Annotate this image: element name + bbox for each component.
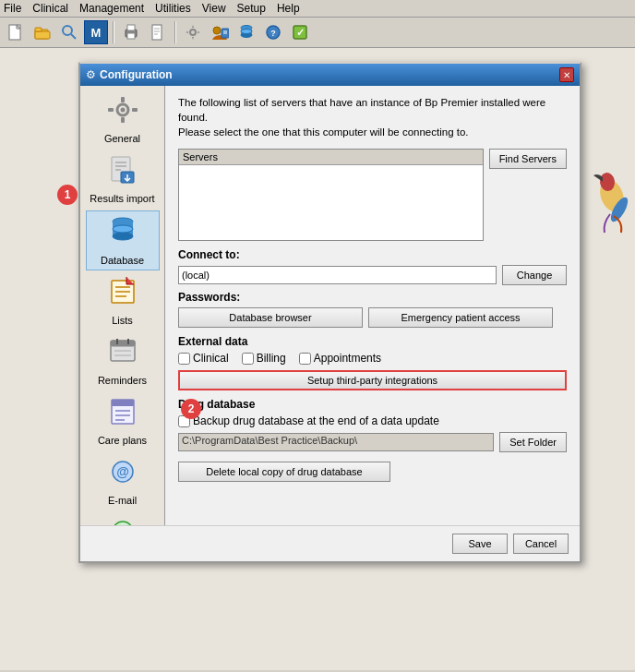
nav-item-care-plans[interactable]: Care plans xyxy=(86,392,160,450)
gear-icon xyxy=(106,95,139,131)
nav-item-lists[interactable]: Lists xyxy=(86,272,160,330)
emergency-access-button[interactable]: Emergency patient access xyxy=(368,307,553,328)
dialog-title-text: Configuration xyxy=(100,68,173,81)
svg-point-43 xyxy=(113,225,133,233)
nav-item-database-label: Database xyxy=(101,255,144,266)
svg-point-64 xyxy=(113,522,133,525)
svg-point-29 xyxy=(120,108,125,113)
find-servers-button[interactable]: Find Servers xyxy=(489,149,567,169)
database-icon xyxy=(106,215,139,253)
nav-item-results-label: Results import xyxy=(90,193,154,204)
info-text: The following list of servers that have … xyxy=(178,95,567,139)
content-panel: The following list of servers that have … xyxy=(165,86,580,525)
svg-point-15 xyxy=(190,30,196,35)
nav-panel: General R xyxy=(80,86,165,525)
toolbar-save-btn[interactable]: ? xyxy=(261,20,285,44)
drug-db-path-row: C:\ProgramData\Best Practice\Backup\ Set… xyxy=(178,432,567,452)
menu-management[interactable]: Management xyxy=(79,2,144,15)
nav-item-email[interactable]: @ E-mail xyxy=(86,452,160,510)
set-folder-button[interactable]: Set Folder xyxy=(499,432,567,452)
care-plans-icon xyxy=(106,397,139,433)
delete-drug-db-button[interactable]: Delete local copy of drug database xyxy=(178,462,390,482)
menu-view[interactable]: View xyxy=(202,2,226,15)
main-area: ⚙ Configuration ✕ xyxy=(0,48,635,670)
svg-text:✓: ✓ xyxy=(296,27,305,38)
billing-label: Billing xyxy=(257,352,286,365)
toolbar-search-btn[interactable] xyxy=(57,20,81,44)
external-data-label: External data xyxy=(178,335,567,348)
servers-list-header: Servers xyxy=(179,150,483,165)
appointments-label: Appointments xyxy=(314,352,381,365)
connect-to-label: Connect to: xyxy=(178,248,567,261)
toolbar-doc-btn[interactable] xyxy=(146,20,170,44)
svg-point-23 xyxy=(241,30,252,34)
save-button[interactable]: Save xyxy=(452,534,508,554)
billing-checkbox[interactable] xyxy=(242,353,254,365)
dialog-close-button[interactable]: ✕ xyxy=(559,67,574,82)
dialog-title-icon: ⚙ xyxy=(86,68,96,81)
appointments-checkbox[interactable] xyxy=(299,353,311,365)
connect-to-input[interactable] xyxy=(178,266,497,284)
clinical-checkbox-item: Clinical xyxy=(178,352,229,365)
setup-integrations-button[interactable]: Setup third-party integrations xyxy=(178,370,567,390)
nav-item-results-import[interactable]: Results import xyxy=(86,150,160,209)
svg-line-7 xyxy=(71,34,76,39)
cancel-button[interactable]: Cancel xyxy=(513,534,569,554)
svg-point-16 xyxy=(213,27,221,34)
toolbar-open-btn[interactable] xyxy=(30,20,54,44)
backup-checkbox-item: Backup drug database at the end of a dat… xyxy=(178,414,567,427)
results-import-icon xyxy=(106,155,139,191)
toolbar-sep-1 xyxy=(113,21,114,43)
nav-item-reminders[interactable]: Reminders xyxy=(86,332,160,390)
passwords-label: Passwords: xyxy=(178,291,567,304)
menu-utilities[interactable]: Utilities xyxy=(155,2,191,15)
svg-text:?: ? xyxy=(270,29,276,38)
svg-rect-58 xyxy=(112,400,134,406)
servers-list[interactable]: Servers xyxy=(178,149,484,241)
connect-to-section: Connect to: Change xyxy=(178,248,567,285)
dialog-footer: Save Cancel xyxy=(80,525,580,561)
toolbar-settings-btn[interactable] xyxy=(181,20,205,44)
toolbar-print-btn[interactable] xyxy=(119,20,143,44)
connect-to-row: Change xyxy=(178,265,567,285)
annotation-circle-2: 2 xyxy=(181,399,201,419)
nav-item-general[interactable]: General xyxy=(86,90,160,149)
menu-bar: File Clinical Management Utilities View … xyxy=(0,0,635,18)
database-browser-button[interactable]: Database browser xyxy=(178,307,363,328)
configuration-dialog: ⚙ Configuration ✕ xyxy=(78,62,581,563)
svg-rect-5 xyxy=(35,28,42,31)
dialog-body: General R xyxy=(80,86,580,525)
menu-setup[interactable]: Setup xyxy=(237,2,266,15)
appointments-checkbox-item: Appointments xyxy=(299,352,381,365)
drug-database-label: Drug database xyxy=(178,398,567,411)
drug-db-path: C:\ProgramData\Best Practice\Backup\ xyxy=(178,433,494,451)
dialog-titlebar: ⚙ Configuration ✕ xyxy=(80,64,580,86)
servers-list-container: Servers xyxy=(178,149,484,241)
svg-rect-30 xyxy=(121,97,125,102)
svg-point-6 xyxy=(63,26,72,35)
servers-row: Servers Find Servers xyxy=(178,149,567,241)
backup-label: Backup drug database at the end of a dat… xyxy=(193,414,439,427)
nav-item-care-plans-label: Care plans xyxy=(98,435,147,446)
annotation-circle-1: 1 xyxy=(57,185,78,205)
clinical-checkbox[interactable] xyxy=(178,353,190,365)
toolbar-help-btn[interactable]: ✓ xyxy=(288,20,312,44)
svg-point-42 xyxy=(113,233,133,240)
toolbar-new-btn[interactable] xyxy=(4,20,28,44)
nav-item-database[interactable]: Database xyxy=(86,210,160,270)
nav-item-bp-comms[interactable]: Bp Comms xyxy=(86,512,160,525)
toolbar-db-btn[interactable] xyxy=(234,20,258,44)
toolbar-user-btn[interactable] xyxy=(208,20,232,44)
nav-item-lists-label: Lists xyxy=(112,315,133,326)
svg-rect-31 xyxy=(121,117,125,123)
toolbar-bp-btn[interactable]: M xyxy=(84,20,108,44)
menu-clinical[interactable]: Clinical xyxy=(32,2,68,15)
dialog-title-left: ⚙ Configuration xyxy=(86,68,173,81)
svg-rect-32 xyxy=(108,108,114,112)
bp-comms-icon xyxy=(106,517,139,525)
menu-help[interactable]: Help xyxy=(277,2,300,15)
passwords-section: Passwords: Database browser Emergency pa… xyxy=(178,291,567,328)
menu-file[interactable]: File xyxy=(4,2,21,15)
svg-rect-10 xyxy=(127,33,135,39)
change-button[interactable]: Change xyxy=(502,265,567,285)
